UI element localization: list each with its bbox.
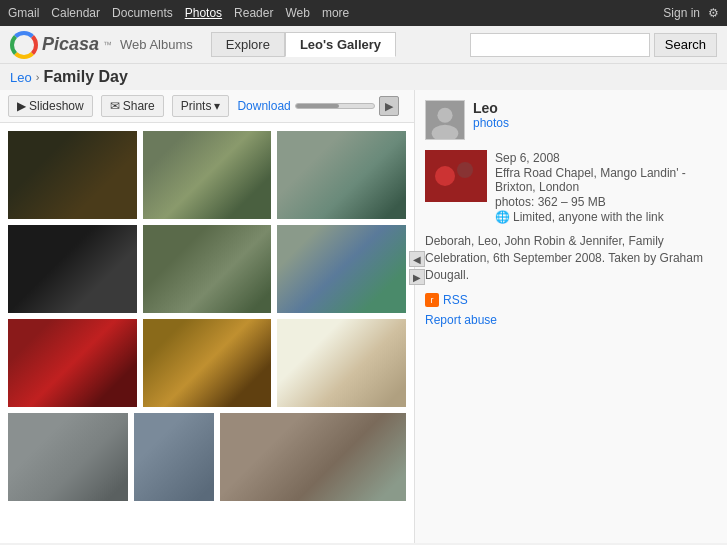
photo-thumb-12[interactable] <box>220 413 406 501</box>
prints-button[interactable]: Prints ▾ <box>172 95 230 117</box>
user-info: Leo photos <box>425 100 717 140</box>
photo-thumb-10[interactable] <box>8 413 128 501</box>
prints-label: Prints <box>181 99 212 113</box>
right-panel: Leo photos Sep 6, 2008 Effra Road Chapel… <box>415 90 727 543</box>
rss-label: RSS <box>443 293 468 307</box>
nav-more[interactable]: more <box>322 6 349 20</box>
gallery-tab[interactable]: Leo's Gallery <box>285 32 396 57</box>
photo-row-4 <box>8 413 406 501</box>
nav-tabs: Explore Leo's Gallery <box>211 32 396 57</box>
share-button[interactable]: ✉ Share <box>101 95 164 117</box>
signin-link[interactable]: Sign in <box>663 6 700 20</box>
main-content: ▶ Slideshow ✉ Share Prints ▾ Download ▶ <box>0 90 727 543</box>
svg-rect-2 <box>425 150 487 202</box>
photo-thumb-11[interactable] <box>134 413 214 501</box>
search-input[interactable] <box>470 33 650 57</box>
album-description: Deborah, Leo, John Robin & Jennifer, Fam… <box>425 233 717 283</box>
avatar-icon <box>426 100 464 140</box>
photo-thumb-5[interactable] <box>143 225 272 313</box>
photo-thumb-2[interactable] <box>143 131 272 219</box>
top-navigation: Gmail Calendar Documents Photos Reader W… <box>0 0 727 26</box>
forward-arrow-button[interactable]: ▶ <box>379 96 399 116</box>
photo-row-2 <box>8 225 406 313</box>
share-icon: ✉ <box>110 99 120 113</box>
prints-arrow-icon: ▾ <box>214 99 220 113</box>
breadcrumb: Leo › Family Day <box>0 64 727 90</box>
explore-tab[interactable]: Explore <box>211 32 285 57</box>
breadcrumb-album-name: Family Day <box>43 68 127 86</box>
logo: Picasa ™ Web Albums <box>10 31 193 59</box>
user-avatar <box>425 100 465 140</box>
photo-row-3 <box>8 319 406 407</box>
logo-text: Picasa <box>42 34 99 55</box>
album-access-text: Limited, anyone with the link <box>513 210 664 224</box>
share-label: Share <box>123 99 155 113</box>
left-panel: ▶ Slideshow ✉ Share Prints ▾ Download ▶ <box>0 90 415 543</box>
top-nav-right: Sign in ⚙ <box>663 6 719 20</box>
scroll-navigation: ◀ ▶ <box>409 250 425 286</box>
album-access: 🌐 Limited, anyone with the link <box>495 210 717 224</box>
svg-point-3 <box>435 166 455 186</box>
nav-reader[interactable]: Reader <box>234 6 273 20</box>
nav-web[interactable]: Web <box>285 6 309 20</box>
scroll-down-button[interactable]: ▶ <box>409 269 425 285</box>
photo-thumb-3[interactable] <box>277 131 406 219</box>
user-name: Leo <box>473 100 509 116</box>
svg-point-0 <box>437 108 452 123</box>
photo-thumb-8[interactable] <box>143 319 272 407</box>
album-photos-count: photos: 362 – 95 MB <box>495 195 717 209</box>
slideshow-icon: ▶ <box>17 99 26 113</box>
photo-thumb-7[interactable] <box>8 319 137 407</box>
rss-icon: r <box>425 293 439 307</box>
svg-point-4 <box>457 162 473 178</box>
album-info-text: Sep 6, 2008 Effra Road Chapel, Mango Lan… <box>495 150 717 225</box>
toolbar: ▶ Slideshow ✉ Share Prints ▾ Download ▶ <box>0 90 414 123</box>
album-thumbnail[interactable] <box>425 150 487 202</box>
search-area: Search <box>470 33 717 57</box>
nav-gmail[interactable]: Gmail <box>8 6 39 20</box>
photo-row-1 <box>8 131 406 219</box>
forward-icon: ▶ <box>385 100 393 113</box>
photo-thumb-4[interactable] <box>8 225 137 313</box>
photo-thumb-9[interactable] <box>277 319 406 407</box>
nav-documents[interactable]: Documents <box>112 6 173 20</box>
breadcrumb-separator: › <box>36 71 40 83</box>
svg-point-1 <box>432 125 459 140</box>
slideshow-label: Slideshow <box>29 99 84 113</box>
download-label[interactable]: Download <box>237 99 290 113</box>
web-albums-label: Web Albums <box>120 37 193 52</box>
rss-link[interactable]: r RSS <box>425 293 717 307</box>
nav-photos[interactable]: Photos <box>185 6 222 20</box>
settings-icon[interactable]: ⚙ <box>708 6 719 20</box>
user-photos-link[interactable]: photos <box>473 116 509 130</box>
photo-grid <box>0 123 414 509</box>
album-thumb-icon <box>425 150 487 202</box>
logo-circle-icon <box>10 31 38 59</box>
album-date: Sep 6, 2008 <box>495 151 717 165</box>
album-location: Effra Road Chapel, Mango Landin' - Brixt… <box>495 166 717 194</box>
search-button[interactable]: Search <box>654 33 717 57</box>
download-area: Download ▶ <box>237 96 398 116</box>
album-info-section: Sep 6, 2008 Effra Road Chapel, Mango Lan… <box>425 150 717 225</box>
top-nav-links: Gmail Calendar Documents Photos Reader W… <box>8 6 349 20</box>
logo-tm: ™ <box>103 40 112 50</box>
user-details: Leo photos <box>473 100 509 130</box>
slideshow-button[interactable]: ▶ Slideshow <box>8 95 93 117</box>
photo-thumb-1[interactable] <box>8 131 137 219</box>
report-abuse-link[interactable]: Report abuse <box>425 313 717 327</box>
globe-icon: 🌐 <box>495 210 510 224</box>
header-bar: Picasa ™ Web Albums Explore Leo's Galler… <box>0 26 727 64</box>
progress-slider-fill <box>296 104 339 108</box>
progress-slider[interactable] <box>295 103 375 109</box>
scroll-up-button[interactable]: ◀ <box>409 251 425 267</box>
nav-calendar[interactable]: Calendar <box>51 6 100 20</box>
photo-thumb-6[interactable] <box>277 225 406 313</box>
breadcrumb-user-link[interactable]: Leo <box>10 70 32 85</box>
